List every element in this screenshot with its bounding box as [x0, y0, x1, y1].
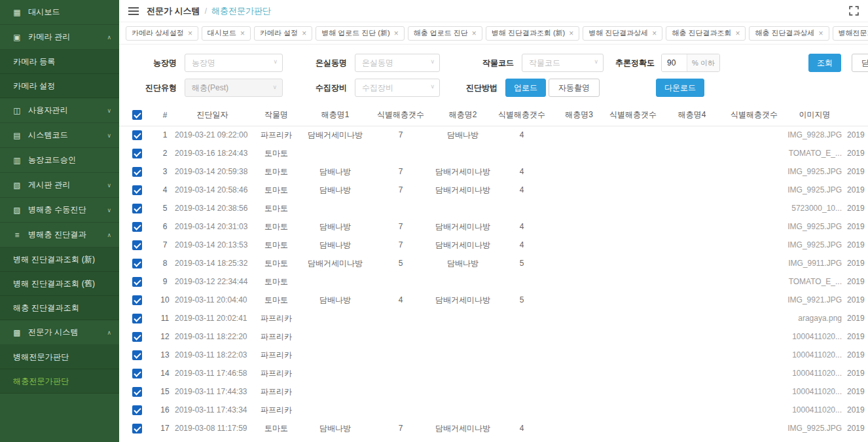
table-row[interactable]: 82019-03-14 18:25:32토마토담배거세미나방5담배나방5IMG_…	[119, 254, 868, 272]
sidebar-item[interactable]: ▩ 전문가 시스템 ∧	[0, 320, 119, 345]
sidebar-item[interactable]: 병해 진단결과조회 (舊)	[0, 272, 119, 296]
diagnosis-type-select[interactable]: 해충(Pest)	[185, 79, 283, 97]
row-checkbox[interactable]	[132, 259, 142, 268]
row-checkbox[interactable]	[132, 167, 142, 177]
system-code-icon: ▤	[10, 131, 24, 140]
checkbox-cell	[119, 346, 155, 364]
row-checkbox[interactable]	[132, 314, 142, 323]
row-checkbox[interactable]	[132, 149, 142, 158]
cell: 파프리카	[250, 382, 302, 401]
row-checkbox[interactable]	[132, 295, 142, 305]
sidebar-item[interactable]: 해충 진단결과조회	[0, 296, 119, 320]
sidebar-item[interactable]: ▧ 게시판 관리 ∨	[0, 173, 119, 198]
tab-close-icon[interactable]	[819, 29, 823, 37]
table-row[interactable]: 32019-03-14 20:59:38토마토담배나방7담배거세미나방4IMG_…	[119, 162, 868, 181]
sidebar-item[interactable]: ▨ 병해충 수동진단 ∨	[0, 198, 119, 223]
tab-close-icon[interactable]	[569, 29, 573, 37]
tab-close-icon[interactable]	[472, 29, 477, 37]
cell	[659, 217, 725, 236]
download-button[interactable]: 다운로드	[656, 79, 704, 97]
sidebar-item[interactable]: 카메라 등록	[0, 50, 119, 74]
greenhouse-input[interactable]	[355, 54, 440, 72]
table-row[interactable]: 42019-03-14 20:58:46토마토담배나방7담배거세미나방4IMG_…	[119, 181, 868, 199]
farm-input[interactable]	[185, 54, 283, 72]
row-checkbox[interactable]	[132, 240, 142, 250]
sidebar-item[interactable]: ▥ 농장코드승인	[0, 148, 119, 173]
table-row[interactable]: 72019-03-14 20:13:53토마토담배나방7담배거세미나방4IMG_…	[119, 236, 868, 254]
row-checkbox[interactable]	[132, 405, 142, 415]
tab-close-icon[interactable]	[394, 29, 399, 37]
tab[interactable]: 해충 진단결과상세	[749, 26, 829, 41]
cell: 토마토	[250, 217, 302, 236]
sidebar-item[interactable]: ▤ 시스템코드 ∨	[0, 123, 119, 148]
sidebar-item[interactable]: ▦ 대시보드	[0, 0, 119, 25]
cell	[368, 327, 433, 346]
tab[interactable]: 병해전문가판단	[833, 26, 868, 41]
search-button[interactable]: 조회	[808, 54, 841, 72]
tab[interactable]: 대시보드	[202, 26, 251, 41]
tab-close-icon[interactable]	[652, 29, 657, 37]
table-row[interactable]: 92019-03-12 22:34:44토마토TOMATO_E_...2019	[119, 272, 868, 291]
method-auto-button[interactable]: 자동촬영	[549, 79, 600, 97]
row-checkbox[interactable]	[132, 350, 142, 360]
tab-close-icon[interactable]	[188, 29, 192, 37]
sidebar-item[interactable]: ◫ 사용자관리 ∨	[0, 98, 119, 123]
tab[interactable]: 병해 업로드 진단 (新)	[316, 26, 405, 41]
sidebar-item[interactable]: ▣ 카메라 관리 ∧	[0, 25, 119, 50]
cell: IMG_9925.JPG	[784, 181, 846, 199]
cell: 4	[492, 236, 551, 254]
tab[interactable]: 병해 진단결과조회 (新)	[486, 26, 579, 41]
table-row[interactable]: 102019-03-11 20:04:40토마토담배나방4담배거세미나방5IMG…	[119, 291, 868, 309]
cell: 4	[155, 181, 175, 199]
table-row[interactable]: 172019-03-08 11:17:59토마토담배나방7담배거세미나방4IMG…	[119, 419, 868, 437]
table-row[interactable]: 112019-03-11 20:02:41파프리카aragaya.png2019	[119, 309, 868, 327]
table-row[interactable]: 12019-03-21 09:22:00파프리카담배거세미나방7담배나방4IMG…	[119, 126, 868, 144]
row-checkbox[interactable]	[132, 387, 142, 397]
table-row[interactable]: 122019-03-11 18:22:20파프리카1000411020...20…	[119, 327, 868, 346]
row-checkbox[interactable]	[132, 369, 142, 378]
table-row[interactable]: 52019-03-14 20:38:56토마토5723000_10...2019	[119, 199, 868, 217]
row-checkbox[interactable]	[132, 277, 142, 287]
tab[interactable]: 병해 진단결과상세	[583, 26, 662, 41]
cell	[725, 254, 784, 272]
table-row[interactable]: 152019-03-11 17:44:33파프리카1000411020...20…	[119, 382, 868, 401]
tab-close-icon[interactable]	[302, 29, 306, 37]
tab-close-icon[interactable]	[735, 29, 740, 37]
tab[interactable]: 해충 업로드 진단	[408, 26, 482, 41]
table-row[interactable]: 62019-03-14 20:31:03토마토담배나방7담배거세미나방4IMG_…	[119, 217, 868, 236]
table-row[interactable]: 142019-03-11 17:46:58파프리카1000411020...20…	[119, 364, 868, 382]
row-checkbox[interactable]	[132, 424, 142, 433]
tab[interactable]: 카메라 상세설정	[126, 26, 198, 41]
fullscreen-icon[interactable]	[849, 6, 859, 16]
row-checkbox[interactable]	[132, 332, 142, 342]
row-checkbox[interactable]	[132, 222, 142, 232]
method-upload-button[interactable]: 업로드	[505, 79, 546, 97]
cell: 2019	[846, 291, 868, 309]
device-input[interactable]	[355, 79, 440, 97]
menu-icon[interactable]	[128, 7, 139, 15]
table-row[interactable]: 162019-03-11 17:43:34파프리카1000411020...20…	[119, 401, 868, 419]
sidebar-item[interactable]: 병해 진단결과조회 (新)	[0, 248, 119, 272]
cell	[659, 162, 725, 181]
select-all-checkbox[interactable]	[132, 110, 142, 120]
close-button[interactable]: 닫기	[852, 54, 868, 72]
cell: 2019-03-14 20:59:38	[175, 162, 250, 181]
cell	[302, 401, 368, 419]
sidebar-item[interactable]: 카메라 설정	[0, 74, 119, 98]
sidebar-item-label: 카메라 관리	[28, 31, 103, 43]
row-checkbox[interactable]	[132, 130, 142, 140]
crop-code-input[interactable]	[522, 54, 604, 72]
row-checkbox[interactable]	[132, 185, 142, 195]
sidebar-item[interactable]: 해충전문가판단	[0, 369, 119, 394]
sidebar-item[interactable]: ≡ 병해충 진단결과 ∧	[0, 223, 119, 248]
tab[interactable]: 해충 진단결과조회	[666, 26, 746, 41]
cell	[725, 419, 784, 437]
table-row[interactable]: 22019-03-16 18:24:43토마토TOMATO_E_...2019	[119, 144, 868, 162]
tab-close-icon[interactable]	[240, 29, 245, 37]
tab[interactable]: 카메라 설정	[254, 26, 312, 41]
table-row[interactable]: 132019-03-11 18:22:03파프리카1000411020...20…	[119, 346, 868, 364]
accuracy-input[interactable]	[662, 54, 687, 71]
sidebar-item[interactable]: 병해전문가판단	[0, 345, 119, 369]
cell: 2019-03-14 20:38:56	[175, 199, 250, 217]
row-checkbox[interactable]	[132, 204, 142, 213]
